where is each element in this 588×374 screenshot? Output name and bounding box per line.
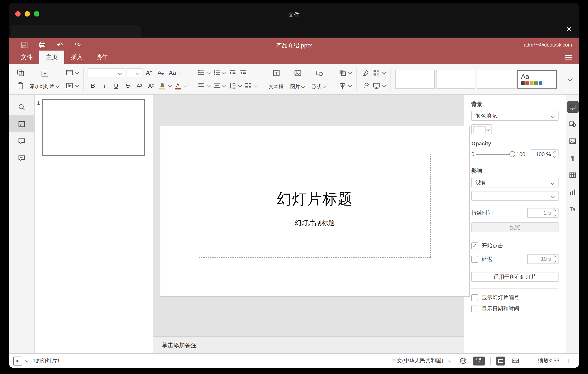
title-placeholder[interactable]: 幻灯片标题 <box>199 154 431 215</box>
chevron-down-icon[interactable] <box>75 70 79 74</box>
show-date-time-checkbox[interactable] <box>471 306 478 312</box>
close-traffic-light[interactable] <box>15 11 21 17</box>
columns-icon[interactable] <box>243 81 253 91</box>
strikethrough-button[interactable]: S <box>122 81 133 91</box>
subscript-button[interactable]: A2 <box>146 81 156 91</box>
bullet-list-icon[interactable] <box>196 68 206 78</box>
tab-table-settings[interactable] <box>566 166 579 183</box>
chevron-icon[interactable] <box>449 359 452 362</box>
sidebar-item-chat[interactable] <box>9 149 34 166</box>
fit-to-slide-icon[interactable] <box>496 356 505 365</box>
paste-icon[interactable] <box>15 81 25 91</box>
chevron-down-icon[interactable] <box>222 70 226 74</box>
copy-icon[interactable] <box>15 68 25 78</box>
fit-to-width-icon[interactable] <box>510 356 520 366</box>
subtitle-placeholder[interactable]: 幻灯片副标题 <box>199 216 431 258</box>
font-size-select[interactable] <box>126 68 143 77</box>
chevron-down-icon[interactable] <box>179 70 182 74</box>
tab-insert[interactable]: 插入 <box>64 51 89 64</box>
theme-option-1[interactable] <box>395 70 435 88</box>
save-icon[interactable] <box>20 40 29 49</box>
opacity-slider[interactable] <box>476 151 514 157</box>
duration-spinner[interactable]: 2 s <box>527 208 558 218</box>
highlight-color-icon[interactable] <box>157 81 167 91</box>
superscript-button[interactable]: A2 <box>134 81 145 91</box>
theme-option-selected[interactable]: Aa <box>517 70 557 88</box>
theme-gallery-expand-icon[interactable] <box>565 64 576 94</box>
redo-icon[interactable]: ↷ <box>73 40 82 49</box>
delay-spinner[interactable]: 10 s <box>527 254 558 264</box>
copy-style-icon[interactable] <box>361 81 370 91</box>
decrease-font-icon[interactable]: A <box>156 68 166 78</box>
change-case-icon[interactable]: Aa <box>167 68 178 78</box>
chevron-down-icon[interactable] <box>184 83 188 87</box>
start-on-click-checkbox[interactable]: ✓ <box>471 242 478 249</box>
fill-type-select[interactable]: 颜色填充 <box>471 111 558 121</box>
effect-select[interactable]: 没有 <box>471 178 558 187</box>
chevron-down-icon[interactable] <box>25 359 29 362</box>
show-slide-number-checkbox[interactable] <box>471 294 478 301</box>
slide-canvas[interactable]: 幻灯片标题 幻灯片副标题 <box>153 95 464 336</box>
slide-thumbnail[interactable] <box>42 99 145 156</box>
align-shape-icon[interactable] <box>337 81 347 91</box>
insert-textbox-button[interactable]: 文本框 <box>265 64 287 94</box>
slider-knob[interactable] <box>509 151 515 157</box>
sidebar-item-comments[interactable] <box>9 132 34 149</box>
sidebar-item-slides[interactable] <box>9 115 34 132</box>
clear-style-icon[interactable] <box>361 68 370 78</box>
zoom-out-icon[interactable]: − <box>525 357 532 365</box>
effect-type-select[interactable] <box>471 191 558 201</box>
slide-size-icon[interactable] <box>371 81 381 91</box>
tab-paragraph-settings[interactable]: ¶ <box>566 149 579 166</box>
tab-slide-settings[interactable] <box>566 99 579 115</box>
add-slide-button[interactable]: 添加幻灯片 <box>26 64 63 94</box>
vertical-align-icon[interactable] <box>212 81 222 91</box>
horizontal-align-icon[interactable] <box>196 81 206 91</box>
user-account[interactable]: adm***@dootask.com <box>524 42 572 47</box>
line-spacing-icon[interactable] <box>227 81 237 91</box>
zoom-level-label[interactable]: 缩放%53 <box>537 357 560 365</box>
opacity-value-spinner[interactable]: 100 % <box>531 149 558 159</box>
tab-shape-settings[interactable] <box>566 115 579 132</box>
color-scheme-icon[interactable] <box>371 68 381 78</box>
insert-shape-button[interactable]: 形状 <box>308 64 330 94</box>
tab-image-settings[interactable] <box>566 132 579 149</box>
zoom-traffic-light[interactable] <box>34 11 39 17</box>
numbered-list-icon[interactable] <box>212 68 222 78</box>
chevron-down-icon[interactable] <box>348 70 352 74</box>
set-language-globe-icon[interactable] <box>458 356 468 366</box>
chevron-down-icon[interactable] <box>382 70 386 74</box>
tab-home[interactable]: 主页 <box>39 51 64 64</box>
slide-layout-icon[interactable] <box>64 68 74 78</box>
undo-icon[interactable]: ↶ <box>55 40 64 49</box>
font-color-icon[interactable]: A <box>173 81 183 91</box>
tab-file[interactable]: 文件 <box>14 51 39 64</box>
delay-checkbox[interactable] <box>471 256 478 262</box>
chevron-down-icon[interactable] <box>168 83 172 87</box>
tab-chart-settings[interactable] <box>566 183 579 200</box>
chevron-down-icon[interactable] <box>238 83 242 87</box>
fill-color-swatch[interactable] <box>471 124 492 134</box>
insert-image-button[interactable]: 图片 <box>287 64 308 94</box>
increase-indent-icon[interactable] <box>238 68 248 78</box>
sidebar-item-search[interactable] <box>9 99 34 115</box>
arrange-shape-icon[interactable] <box>337 68 347 78</box>
decrease-indent-icon[interactable] <box>227 68 237 78</box>
theme-option-3[interactable] <box>477 70 516 88</box>
tab-collaboration[interactable]: 协作 <box>89 51 114 64</box>
chevron-down-icon[interactable] <box>348 83 352 87</box>
chevron-down-icon[interactable] <box>207 70 211 74</box>
font-name-select[interactable] <box>88 68 125 77</box>
notes-area[interactable]: 单击添加备注 <box>153 336 464 353</box>
italic-button[interactable]: I <box>99 81 110 91</box>
start-slideshow-icon[interactable] <box>64 81 74 91</box>
tab-textart-settings[interactable]: Ta <box>566 200 579 217</box>
chevron-down-icon[interactable] <box>75 83 79 87</box>
chevron-down-icon[interactable] <box>222 83 226 87</box>
print-icon[interactable] <box>38 40 46 49</box>
chevron-down-icon[interactable] <box>207 83 211 87</box>
close-icon[interactable]: × <box>566 24 572 34</box>
language-label[interactable]: 中文(中华人民共和国) <box>391 357 443 365</box>
zoom-in-icon[interactable]: + <box>566 357 572 365</box>
preview-button[interactable]: 预览 <box>471 222 558 232</box>
